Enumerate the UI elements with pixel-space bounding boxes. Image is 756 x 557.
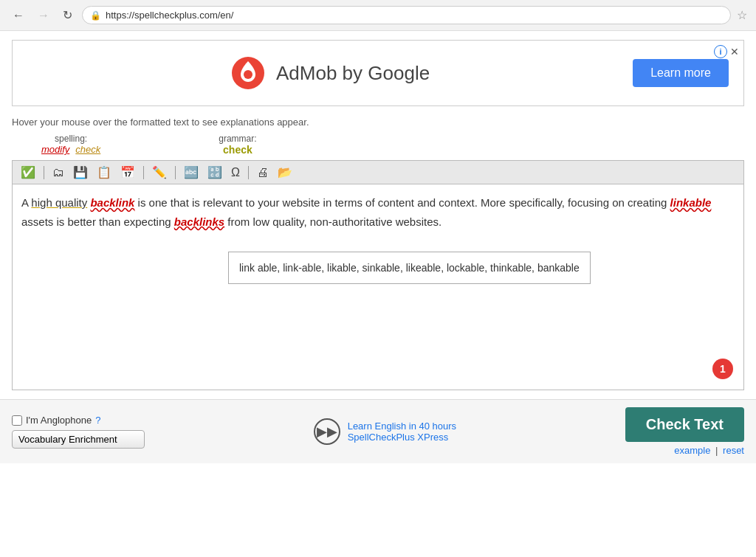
bookmark-button[interactable]: ☆: [737, 8, 747, 22]
anglophone-row: I'm Anglophone ?: [12, 415, 145, 426]
toolbar-btn-9[interactable]: 🖨: [255, 165, 271, 180]
check-text-button[interactable]: Check Text: [625, 407, 744, 442]
address-bar[interactable]: 🔒 https://spellcheckplus.com/en/: [82, 6, 731, 24]
svg-point-1: [244, 70, 252, 79]
bottom-center: ▶▶ Learn English in 40 hours SpellCheckP…: [314, 418, 456, 445]
anglophone-label: I'm Anglophone: [26, 415, 92, 426]
anglophone-checkbox[interactable]: [12, 415, 22, 426]
ad-info-button[interactable]: i: [714, 45, 727, 58]
toolbar-btn-4[interactable]: 📅: [118, 165, 137, 180]
text-editor[interactable]: A high quality backlink is one that is r…: [12, 184, 744, 390]
spellcheck-xpress-link[interactable]: SpellCheckPlus XPress: [348, 432, 456, 443]
ad-content: AdMob by Google: [27, 55, 633, 91]
admob-logo: [230, 55, 266, 91]
back-button[interactable]: ←: [9, 7, 28, 24]
toolbar-divider-1: [44, 166, 44, 179]
error-count-badge: 1: [712, 359, 733, 379]
url-text: https://spellcheckplus.com/en/: [106, 10, 723, 21]
toolbar-divider-4: [248, 166, 249, 179]
ad-learn-more-button[interactable]: Learn more: [633, 59, 729, 87]
toolbar-btn-5[interactable]: ✏️: [150, 165, 169, 180]
toolbar-btn-10[interactable]: 📂: [275, 165, 295, 180]
spelling-title: spelling:: [55, 134, 87, 144]
toolbar-divider-3: [175, 166, 176, 179]
reset-link[interactable]: reset: [723, 445, 744, 456]
toolbar: ✅ 🗂 💾 📋 📅 ✏️ 🔤 🔡 Ω 🖨 📂: [12, 160, 744, 184]
ad-controls: i ✕: [714, 45, 739, 58]
play-button[interactable]: ▶▶: [314, 418, 340, 445]
vocab-select-wrapper: Vocabulary Enrichment Basic Standard Adv…: [12, 430, 145, 449]
page-content: i ✕ AdMob by Google Learn more Hover you…: [0, 31, 756, 399]
linkable-error[interactable]: linkable: [670, 196, 712, 209]
toolbar-btn-6[interactable]: 🔤: [182, 165, 201, 180]
spelling-check-link[interactable]: check: [75, 144, 100, 155]
grammar-check-label[interactable]: check: [223, 144, 252, 156]
ad-close-button[interactable]: ✕: [730, 46, 739, 58]
toolbar-divider-2: [143, 166, 144, 179]
check-icon-btn[interactable]: ✅: [18, 165, 38, 180]
toolbar-btn-7[interactable]: 🔡: [205, 165, 224, 180]
bottom-center-links: Learn English in 40 hours SpellCheckPlus…: [348, 421, 456, 443]
bottom-bar: I'm Anglophone ? Vocabulary Enrichment B…: [0, 399, 756, 463]
toolbar-btn-1[interactable]: 🗂: [50, 165, 66, 180]
suggestion-text: link able, link-able, likable, sinkable,…: [239, 262, 580, 274]
vocab-select[interactable]: Vocabulary Enrichment Basic Standard Adv…: [12, 430, 145, 449]
toolbar-btn-3[interactable]: 📋: [94, 165, 114, 180]
forward-button[interactable]: →: [34, 7, 53, 24]
browser-chrome: ← → ↻ 🔒 https://spellcheckplus.com/en/ ☆: [0, 0, 756, 31]
bottom-links: example | reset: [674, 445, 744, 456]
anglophone-help[interactable]: ?: [95, 415, 100, 426]
hover-hint: Hover your mouse over the formatted text…: [12, 117, 744, 128]
backlinks-error[interactable]: backlinks: [174, 215, 224, 228]
backlink-error[interactable]: backlink: [90, 196, 134, 209]
learn-english-link[interactable]: Learn English in 40 hours: [348, 421, 456, 432]
bottom-left: I'm Anglophone ? Vocabulary Enrichment B…: [12, 415, 145, 449]
toolbar-btn-8[interactable]: Ω: [229, 165, 242, 180]
toolbar-btn-2[interactable]: 💾: [71, 165, 90, 180]
spelling-modify-link[interactable]: modify: [41, 144, 69, 155]
link-separator: |: [715, 445, 718, 456]
suggestion-box: link able, link-able, likable, sinkable,…: [228, 252, 591, 284]
grammar-title: grammar:: [219, 134, 256, 144]
reload-button[interactable]: ↻: [59, 7, 76, 24]
spelling-group: spelling: modify check: [41, 134, 100, 155]
underline-phrase: high quality: [31, 196, 87, 209]
example-link[interactable]: example: [674, 445, 710, 456]
lock-icon: 🔒: [90, 10, 101, 21]
text-content: A high quality backlink is one that is r…: [21, 193, 735, 284]
grammar-group: grammar: check: [219, 134, 256, 156]
bottom-right: Check Text example | reset: [625, 407, 744, 456]
ad-banner: i ✕ AdMob by Google Learn more: [12, 40, 744, 106]
ad-brand-text: AdMob by Google: [276, 62, 430, 85]
spelling-links: modify check: [41, 144, 100, 155]
check-labels: spelling: modify check grammar: check: [12, 134, 744, 156]
